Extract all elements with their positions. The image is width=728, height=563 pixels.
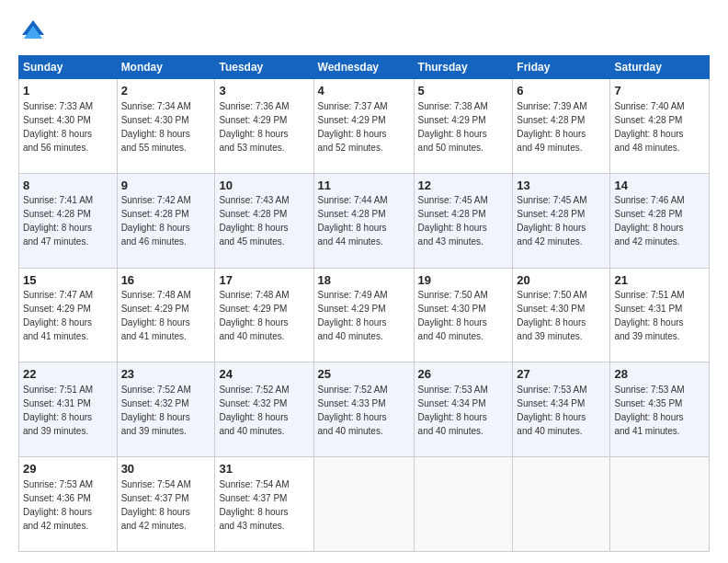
day-number: 28 xyxy=(614,366,705,383)
header xyxy=(18,17,710,46)
calendar-cell xyxy=(513,457,610,552)
day-number: 9 xyxy=(121,178,211,194)
day-info: Sunrise: 7:50 AMSunset: 4:30 PMDaylight:… xyxy=(418,290,488,341)
calendar-cell: 18Sunrise: 7:49 AMSunset: 4:29 PMDayligh… xyxy=(313,268,414,362)
day-number: 22 xyxy=(23,366,113,383)
day-info: Sunrise: 7:37 AMSunset: 4:29 PMDaylight:… xyxy=(318,101,388,153)
day-info: Sunrise: 7:52 AMSunset: 4:32 PMDaylight:… xyxy=(121,385,191,436)
day-number: 14 xyxy=(614,178,705,194)
day-info: Sunrise: 7:52 AMSunset: 4:32 PMDaylight:… xyxy=(219,385,289,436)
day-info: Sunrise: 7:41 AMSunset: 4:28 PMDaylight:… xyxy=(23,195,93,247)
day-header-friday: Friday xyxy=(513,56,610,79)
day-info: Sunrise: 7:47 AMSunset: 4:29 PMDaylight:… xyxy=(23,290,93,341)
day-number: 27 xyxy=(517,366,606,383)
days-header-row: SundayMondayTuesdayWednesdayThursdayFrid… xyxy=(19,56,710,79)
day-info: Sunrise: 7:33 AMSunset: 4:30 PMDaylight:… xyxy=(23,101,93,153)
day-info: Sunrise: 7:49 AMSunset: 4:29 PMDaylight:… xyxy=(318,290,388,341)
day-info: Sunrise: 7:48 AMSunset: 4:29 PMDaylight:… xyxy=(121,290,191,341)
calendar-cell: 5Sunrise: 7:38 AMSunset: 4:29 PMDaylight… xyxy=(414,79,513,174)
day-number: 11 xyxy=(318,178,410,194)
week-row-4: 22Sunrise: 7:51 AMSunset: 4:31 PMDayligh… xyxy=(19,362,710,457)
calendar-cell: 21Sunrise: 7:51 AMSunset: 4:31 PMDayligh… xyxy=(610,268,710,362)
calendar-cell: 17Sunrise: 7:48 AMSunset: 4:29 PMDayligh… xyxy=(215,268,313,362)
day-info: Sunrise: 7:53 AMSunset: 4:36 PMDaylight:… xyxy=(23,479,93,531)
day-header-saturday: Saturday xyxy=(610,56,710,79)
week-row-1: 1Sunrise: 7:33 AMSunset: 4:30 PMDaylight… xyxy=(19,79,710,174)
calendar-cell: 11Sunrise: 7:44 AMSunset: 4:28 PMDayligh… xyxy=(313,173,414,268)
day-info: Sunrise: 7:53 AMSunset: 4:34 PMDaylight:… xyxy=(517,385,586,436)
calendar-cell: 24Sunrise: 7:52 AMSunset: 4:32 PMDayligh… xyxy=(215,362,313,457)
page: SundayMondayTuesdayWednesdayThursdayFrid… xyxy=(0,0,728,563)
calendar-table: SundayMondayTuesdayWednesdayThursdayFrid… xyxy=(18,55,710,552)
calendar-cell: 23Sunrise: 7:52 AMSunset: 4:32 PMDayligh… xyxy=(117,362,215,457)
day-info: Sunrise: 7:53 AMSunset: 4:34 PMDaylight:… xyxy=(418,385,488,436)
day-number: 5 xyxy=(418,83,509,99)
calendar-cell: 31Sunrise: 7:54 AMSunset: 4:37 PMDayligh… xyxy=(215,457,313,552)
day-info: Sunrise: 7:38 AMSunset: 4:29 PMDaylight:… xyxy=(418,101,488,153)
day-number: 3 xyxy=(219,83,309,99)
day-header-tuesday: Tuesday xyxy=(215,56,313,79)
calendar-cell: 27Sunrise: 7:53 AMSunset: 4:34 PMDayligh… xyxy=(513,362,610,457)
day-number: 21 xyxy=(614,272,705,289)
day-header-thursday: Thursday xyxy=(414,56,513,79)
calendar-cell: 20Sunrise: 7:50 AMSunset: 4:30 PMDayligh… xyxy=(513,268,610,362)
day-number: 18 xyxy=(318,272,410,289)
day-info: Sunrise: 7:53 AMSunset: 4:35 PMDaylight:… xyxy=(614,385,684,436)
calendar-cell: 28Sunrise: 7:53 AMSunset: 4:35 PMDayligh… xyxy=(610,362,710,457)
day-number: 15 xyxy=(23,272,113,289)
calendar-cell xyxy=(610,457,710,552)
calendar-cell xyxy=(414,457,513,552)
calendar-cell: 1Sunrise: 7:33 AMSunset: 4:30 PMDaylight… xyxy=(19,79,118,174)
day-number: 12 xyxy=(418,178,509,194)
calendar-cell: 19Sunrise: 7:50 AMSunset: 4:30 PMDayligh… xyxy=(414,268,513,362)
day-header-monday: Monday xyxy=(117,56,215,79)
calendar-cell: 22Sunrise: 7:51 AMSunset: 4:31 PMDayligh… xyxy=(19,362,118,457)
day-info: Sunrise: 7:42 AMSunset: 4:28 PMDaylight:… xyxy=(121,195,191,247)
calendar-cell: 30Sunrise: 7:54 AMSunset: 4:37 PMDayligh… xyxy=(117,457,215,552)
calendar-cell: 26Sunrise: 7:53 AMSunset: 4:34 PMDayligh… xyxy=(414,362,513,457)
calendar-cell: 15Sunrise: 7:47 AMSunset: 4:29 PMDayligh… xyxy=(19,268,118,362)
day-number: 30 xyxy=(121,461,211,477)
day-number: 8 xyxy=(23,178,113,194)
day-number: 10 xyxy=(219,178,309,194)
calendar-cell: 7Sunrise: 7:40 AMSunset: 4:28 PMDaylight… xyxy=(610,79,710,174)
day-number: 26 xyxy=(418,366,509,383)
day-header-wednesday: Wednesday xyxy=(313,56,414,79)
calendar-cell: 12Sunrise: 7:45 AMSunset: 4:28 PMDayligh… xyxy=(414,173,513,268)
day-info: Sunrise: 7:34 AMSunset: 4:30 PMDaylight:… xyxy=(121,101,191,153)
week-row-3: 15Sunrise: 7:47 AMSunset: 4:29 PMDayligh… xyxy=(19,268,710,362)
day-number: 4 xyxy=(318,83,410,99)
day-number: 25 xyxy=(318,366,410,383)
day-info: Sunrise: 7:46 AMSunset: 4:28 PMDaylight:… xyxy=(614,195,684,247)
calendar-cell: 10Sunrise: 7:43 AMSunset: 4:28 PMDayligh… xyxy=(215,173,313,268)
day-number: 29 xyxy=(23,461,113,477)
day-info: Sunrise: 7:51 AMSunset: 4:31 PMDaylight:… xyxy=(614,290,684,341)
calendar-cell: 2Sunrise: 7:34 AMSunset: 4:30 PMDaylight… xyxy=(117,79,215,174)
day-number: 19 xyxy=(418,272,509,289)
day-info: Sunrise: 7:44 AMSunset: 4:28 PMDaylight:… xyxy=(318,195,388,247)
calendar-cell: 8Sunrise: 7:41 AMSunset: 4:28 PMDaylight… xyxy=(19,173,118,268)
day-number: 31 xyxy=(219,461,309,477)
day-info: Sunrise: 7:45 AMSunset: 4:28 PMDaylight:… xyxy=(418,195,488,247)
day-number: 2 xyxy=(121,83,211,99)
calendar-cell: 16Sunrise: 7:48 AMSunset: 4:29 PMDayligh… xyxy=(117,268,215,362)
calendar-cell: 29Sunrise: 7:53 AMSunset: 4:36 PMDayligh… xyxy=(19,457,118,552)
day-info: Sunrise: 7:54 AMSunset: 4:37 PMDaylight:… xyxy=(219,479,289,531)
day-number: 7 xyxy=(614,83,705,99)
calendar-cell: 4Sunrise: 7:37 AMSunset: 4:29 PMDaylight… xyxy=(313,79,414,174)
day-number: 23 xyxy=(121,366,211,383)
week-row-5: 29Sunrise: 7:53 AMSunset: 4:36 PMDayligh… xyxy=(19,457,710,552)
day-info: Sunrise: 7:45 AMSunset: 4:28 PMDaylight:… xyxy=(517,195,586,247)
day-info: Sunrise: 7:43 AMSunset: 4:28 PMDaylight:… xyxy=(219,195,289,247)
calendar-cell: 3Sunrise: 7:36 AMSunset: 4:29 PMDaylight… xyxy=(215,79,313,174)
week-row-2: 8Sunrise: 7:41 AMSunset: 4:28 PMDaylight… xyxy=(19,173,710,268)
day-info: Sunrise: 7:36 AMSunset: 4:29 PMDaylight:… xyxy=(219,101,289,153)
day-number: 17 xyxy=(219,272,309,289)
day-number: 24 xyxy=(219,366,309,383)
calendar-cell: 6Sunrise: 7:39 AMSunset: 4:28 PMDaylight… xyxy=(513,79,610,174)
day-info: Sunrise: 7:48 AMSunset: 4:29 PMDaylight:… xyxy=(219,290,289,341)
calendar-cell: 25Sunrise: 7:52 AMSunset: 4:33 PMDayligh… xyxy=(313,362,414,457)
logo-icon xyxy=(18,17,48,46)
day-number: 13 xyxy=(517,178,606,194)
day-number: 20 xyxy=(517,272,606,289)
